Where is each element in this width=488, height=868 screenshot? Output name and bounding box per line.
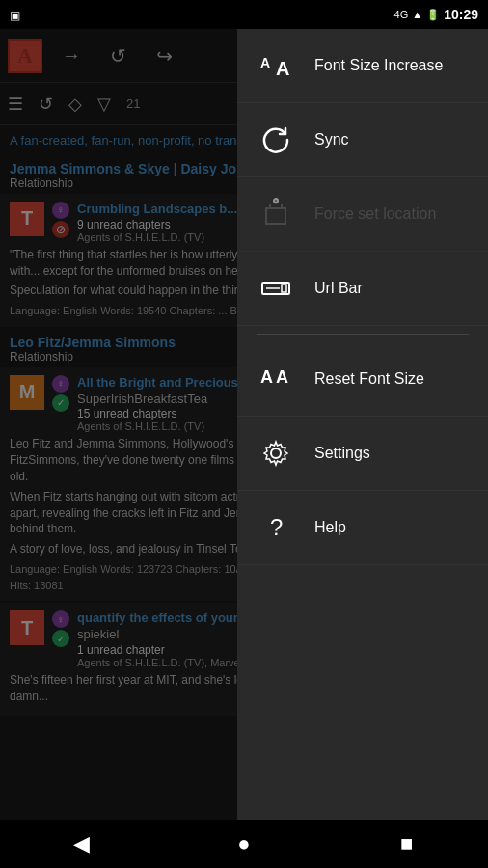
menu-label-url-bar: Url Bar — [314, 280, 363, 297]
menu-item-force-location[interactable]: Force set location — [237, 177, 488, 252]
reset-font-icon: A A — [257, 360, 295, 398]
menu-panel: A A Font Size Increase Sync — [237, 29, 488, 820]
signal-icon: 4G — [394, 9, 409, 20]
url-bar-icon — [257, 269, 295, 308]
menu-label-font-increase: Font Size Increase — [314, 57, 443, 74]
svg-rect-2 — [266, 208, 285, 224]
status-icons: 4G ▲ 🔋 10:29 — [394, 7, 478, 22]
menu-divider — [257, 334, 469, 335]
location-icon — [257, 195, 295, 233]
svg-text:A: A — [260, 367, 273, 387]
wifi-icon: ▲ — [412, 9, 422, 20]
svg-text:A: A — [276, 367, 288, 387]
gear-icon — [257, 434, 295, 473]
menu-item-reset-font[interactable]: A A Reset Font Size — [237, 342, 488, 417]
svg-text:?: ? — [270, 514, 283, 540]
svg-point-6 — [274, 199, 278, 203]
help-icon: ? — [257, 508, 295, 547]
svg-point-12 — [271, 448, 281, 458]
svg-text:A: A — [260, 55, 270, 70]
home-nav-button[interactable]: ● — [220, 820, 268, 868]
bottom-nav: ◀ ● ■ — [0, 820, 488, 868]
menu-label-settings: Settings — [314, 445, 370, 462]
menu-item-font-increase[interactable]: A A Font Size Increase — [237, 29, 488, 103]
status-time: 10:29 — [444, 7, 478, 22]
battery-icon: 🔋 — [426, 9, 440, 21]
menu-item-sync[interactable]: Sync — [237, 103, 488, 177]
menu-label-reset-font: Reset Font Size — [314, 370, 424, 388]
status-notification-icon: ▣ — [10, 6, 20, 23]
menu-overlay[interactable]: A A Font Size Increase Sync — [0, 29, 488, 820]
menu-item-url-bar[interactable]: Url Bar — [237, 252, 488, 326]
font-increase-icon: A A — [257, 46, 295, 85]
menu-label-sync: Sync — [314, 131, 349, 149]
status-bar: ▣ 4G ▲ 🔋 10:29 — [0, 0, 488, 29]
recent-nav-button[interactable]: ■ — [383, 820, 431, 868]
menu-item-help[interactable]: ? Help — [237, 491, 488, 565]
back-nav-button[interactable]: ◀ — [57, 820, 105, 868]
menu-item-settings[interactable]: Settings — [237, 417, 488, 491]
sync-icon — [257, 121, 295, 159]
menu-label-force-location: Force set location — [314, 205, 436, 223]
menu-label-help: Help — [314, 519, 346, 536]
svg-text:A: A — [276, 58, 289, 79]
svg-rect-9 — [282, 285, 286, 292]
